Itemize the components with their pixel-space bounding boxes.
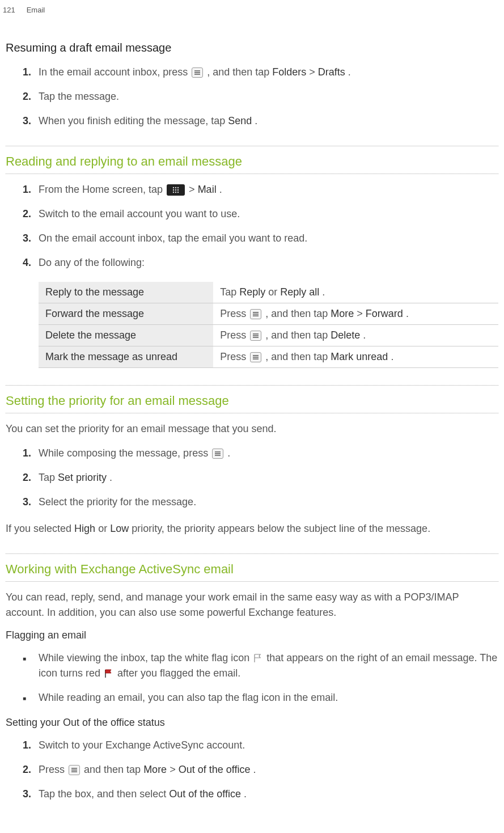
step-text: Press and then tap More > Out of the off… (39, 762, 498, 777)
step-marker: 1. (23, 182, 39, 197)
subsection-heading-flagging: Flagging an email (6, 629, 498, 641)
step-text: From the Home screen, tap > Mail . (39, 182, 498, 197)
step-item: 3. On the email account inbox, tap the e… (23, 231, 498, 246)
intro-text: You can set the priority for an email me… (6, 421, 498, 437)
steps-resuming-draft: 1. In the email account inbox, press , a… (6, 65, 498, 129)
action-description: Press , and then tap More > Forward . (213, 303, 498, 325)
action-label: Forward the message (39, 303, 213, 325)
step-text: While composing the message, press . (39, 446, 498, 461)
svg-point-8 (177, 189, 179, 191)
steps-out-of-office: 1. Switch to your Exchange ActiveSync ac… (6, 738, 498, 802)
svg-point-11 (177, 192, 179, 193)
page-header: 121 Email (0, 6, 504, 37)
step-item: 1. From the Home screen, tap > Mail . (23, 182, 498, 197)
subsection-heading-out-of-office: Setting your Out of the office status (6, 717, 498, 729)
bullet-marker: ■ (23, 650, 39, 663)
step-item: 3. Select the priority for the message. (23, 494, 498, 510)
step-item: 2. Tap Set priority . (23, 470, 498, 485)
menu-icon (192, 67, 203, 78)
step-marker: 3. (23, 231, 39, 246)
step-marker: 3. (23, 494, 39, 510)
action-label: Delete the message (39, 325, 213, 346)
svg-point-4 (175, 187, 176, 188)
section-divider: Reading and replying to an email message (6, 146, 498, 174)
step-item: 1. While composing the message, press . (23, 446, 498, 461)
step-item: 2. Tap the message. (23, 89, 498, 104)
outro-text: If you selected High or Low priority, th… (6, 521, 498, 536)
svg-point-5 (177, 187, 179, 188)
bullet-item: ■ While viewing the inbox, tap the white… (23, 650, 498, 681)
step-text: Tap the message. (39, 89, 498, 104)
action-description: Tap Reply or Reply all . (213, 282, 498, 303)
action-description: Press , and then tap Delete . (213, 325, 498, 346)
header-section-title: Email (27, 6, 45, 14)
menu-icon (250, 309, 261, 319)
svg-point-9 (173, 192, 174, 193)
table-row: Delete the message Press , and then tap … (39, 325, 498, 346)
step-marker: 1. (23, 446, 39, 461)
bullet-marker: ■ (23, 690, 39, 703)
section-heading-priority: Setting the priority for an email messag… (6, 394, 498, 411)
step-text: Switch to the email account you want to … (39, 206, 498, 222)
step-text: In the email account inbox, press , and … (39, 65, 498, 80)
section-heading-resuming-draft: Resuming a draft email message (6, 41, 498, 54)
step-item: 2. Press and then tap More > Out of the … (23, 762, 498, 777)
svg-point-10 (175, 192, 176, 193)
section-heading-reading-replying: Reading and replying to an email message (6, 154, 498, 171)
menu-icon (250, 331, 261, 341)
bullet-text: While reading an email, you can also tap… (39, 690, 498, 705)
step-text: Select the priority for the message. (39, 494, 498, 510)
menu-icon (69, 765, 80, 775)
menu-icon (212, 449, 223, 459)
step-marker: 2. (23, 470, 39, 485)
step-marker: 2. (23, 762, 39, 777)
step-text: Tap the box, and then select Out of the … (39, 787, 498, 802)
step-text: On the email account inbox, tap the emai… (39, 231, 498, 246)
page-number: 121 (3, 6, 15, 14)
section-heading-activesync: Working with Exchange ActiveSync email (6, 562, 498, 579)
step-text: When you finish editing the message, tap… (39, 113, 498, 129)
svg-point-6 (173, 189, 174, 191)
menu-icon (250, 352, 261, 362)
apps-icon (167, 184, 185, 196)
white-flag-icon (253, 653, 263, 663)
step-marker: 2. (23, 89, 39, 104)
step-marker: 3. (23, 787, 39, 802)
bullet-text: While viewing the inbox, tap the white f… (39, 650, 498, 681)
table-row: Forward the message Press , and then tap… (39, 303, 498, 325)
step-text: Do any of the following: (39, 255, 498, 270)
step-marker: 4. (23, 255, 39, 270)
step-text: Switch to your Exchange ActiveSync accou… (39, 738, 498, 753)
page-content: Resuming a draft email message 1. In the… (0, 41, 504, 802)
step-marker: 1. (23, 65, 39, 80)
steps-priority: 1. While composing the message, press . … (6, 446, 498, 510)
actions-table: Reply to the message Tap Reply or Reply … (39, 282, 498, 368)
action-label: Mark the message as unread (39, 346, 213, 368)
bullets-flagging: ■ While viewing the inbox, tap the white… (6, 650, 498, 705)
red-flag-icon (104, 669, 114, 679)
step-item: 1. Switch to your Exchange ActiveSync ac… (23, 738, 498, 753)
table-row: Mark the message as unread Press , and t… (39, 346, 498, 368)
table-row: Reply to the message Tap Reply or Reply … (39, 282, 498, 303)
step-marker: 2. (23, 206, 39, 222)
bullet-item: ■ While reading an email, you can also t… (23, 690, 498, 705)
step-item: 2. Switch to the email account you want … (23, 206, 498, 222)
step-text: Tap Set priority . (39, 470, 498, 485)
intro-text: You can read, reply, send, and manage yo… (6, 590, 498, 620)
step-item: 3. When you finish editing the message, … (23, 113, 498, 129)
action-description: Press , and then tap Mark unread . (213, 346, 498, 368)
steps-reading-replying: 1. From the Home screen, tap > Mail . 2.… (6, 182, 498, 270)
section-divider: Setting the priority for an email messag… (6, 385, 498, 413)
action-label: Reply to the message (39, 282, 213, 303)
svg-point-7 (175, 189, 176, 191)
step-item: 4. Do any of the following: (23, 255, 498, 270)
svg-point-3 (173, 187, 174, 188)
step-item: 1. In the email account inbox, press , a… (23, 65, 498, 80)
step-item: 3. Tap the box, and then select Out of t… (23, 787, 498, 802)
section-divider: Working with Exchange ActiveSync email (6, 553, 498, 582)
step-marker: 1. (23, 738, 39, 753)
step-marker: 3. (23, 113, 39, 129)
